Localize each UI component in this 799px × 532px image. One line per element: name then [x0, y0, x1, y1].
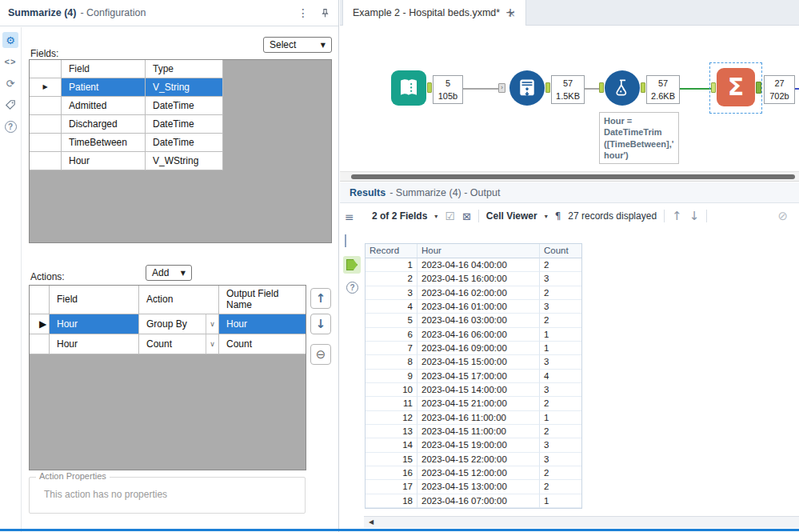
field-name-cell: Admitted [62, 97, 146, 115]
record-cell: 18 [366, 494, 417, 508]
input-anchor-icon[interactable] [345, 235, 346, 246]
annotation-tag-icon[interactable] [2, 97, 18, 113]
configuration-gear-icon[interactable]: ⚙ [2, 32, 18, 48]
scroll-left-icon[interactable]: ◀ [369, 519, 374, 526]
pin-icon[interactable] [320, 8, 330, 18]
action-type-cell[interactable]: Count ∨ [139, 334, 219, 354]
results-table-row[interactable]: 9 2023-04-15 17:00:00 4 [366, 370, 581, 383]
actions-table-row[interactable]: Hour Count ∨ Count [30, 334, 306, 354]
toolbar-separator [664, 210, 665, 222]
cell-viewer-dropdown[interactable]: Cell Viewer [486, 210, 537, 222]
connection-wire-selected-in[interactable] [680, 88, 711, 90]
action-type-cell[interactable]: Group By ∨ [139, 314, 219, 334]
chevron-down-icon[interactable]: ∨ [206, 334, 218, 354]
fields-table-row[interactable]: TimeBetween DateTime [30, 134, 223, 152]
results-table-row[interactable]: 6 2023-04-16 06:00:00 1 [366, 328, 581, 342]
tool-annotation[interactable]: 572.6KB [646, 75, 680, 104]
generate-rows-tool[interactable] [509, 70, 545, 106]
no-symbol-icon[interactable]: ⊘ [777, 209, 788, 223]
results-table-row[interactable]: 1 2023-04-16 04:00:00 2 [366, 258, 581, 272]
hour-cell: 2023-04-15 12:00:00 [417, 466, 540, 480]
input-anchor[interactable] [711, 82, 716, 93]
results-table-header[interactable]: Record Hour Count [366, 244, 581, 258]
output-anchor[interactable] [641, 82, 645, 93]
move-action-up-button[interactable]: ↑ [310, 288, 331, 309]
canvas-horizontal-scrollbar[interactable] [340, 171, 799, 182]
metadata-list-icon[interactable]: ≡ [345, 211, 354, 222]
scrollbar-thumb[interactable] [351, 174, 795, 179]
tool-annotation[interactable]: 5105b [433, 75, 463, 104]
help-icon[interactable]: ? [2, 118, 18, 134]
hour-cell: 2023-04-15 16:00:00 [417, 272, 540, 286]
fields-table-row[interactable]: Hour V_WString [30, 152, 223, 170]
input-anchor[interactable]: › [498, 83, 505, 93]
fields-table-row[interactable]: ▶ Patient V_String [30, 78, 223, 97]
output-anchor-icon[interactable] [343, 256, 361, 274]
results-horizontal-scrollbar[interactable]: ◀ [364, 516, 799, 528]
workflow-canvas[interactable]: 5105b › 571.5KB [340, 26, 799, 171]
actions-table-row[interactable]: ▶ Hour Group By ∨ Hour [30, 314, 306, 334]
results-help-icon[interactable]: ? [346, 282, 358, 294]
formula-annotation-note[interactable]: Hour = DateTimeTrim ([TimeBetween],' hou… [599, 112, 679, 164]
connection-wire-selected-out[interactable] [795, 88, 799, 90]
record-cell: 8 [366, 355, 417, 369]
results-table: Record Hour Count 1 2023-04-16 04:00:00 … [365, 243, 582, 509]
count-cell: 1 [540, 494, 581, 508]
caret-down-icon[interactable]: ▾ [434, 213, 437, 220]
fields-table-row[interactable]: Admitted DateTime [30, 97, 223, 115]
row-marker: ▶ [30, 78, 62, 97]
go-down-icon[interactable]: ↓ [689, 209, 700, 223]
caret-down-icon[interactable]: ▾ [545, 213, 548, 220]
move-action-down-button[interactable]: ↓ [310, 314, 331, 334]
tool-annotation[interactable]: 571.5KB [551, 75, 585, 104]
results-table-row[interactable]: 18 2023-04-16 07:00:00 1 [366, 494, 581, 508]
select-all-checkbox-icon[interactable]: ☑ [445, 210, 455, 222]
tool-name-title: Summarize (4) [8, 7, 76, 18]
fields-table-row[interactable]: Discharged DateTime [30, 115, 223, 134]
chevron-down-icon[interactable]: ∨ [206, 314, 218, 334]
hour-cell: 2023-04-16 04:00:00 [417, 258, 540, 272]
results-table-row[interactable]: 13 2023-04-15 11:00:00 2 [366, 425, 581, 438]
tool-annotation[interactable]: 27702b [764, 75, 795, 104]
results-table-row[interactable]: 2 2023-04-15 16:00:00 3 [366, 272, 581, 286]
fields-filter-dropdown[interactable]: 2 of 2 Fields [372, 210, 427, 222]
add-action-button[interactable]: Add ▼ [146, 265, 192, 281]
output-anchor[interactable] [427, 82, 432, 93]
output-anchor[interactable] [756, 82, 761, 94]
summarize-tool[interactable]: Σ [717, 68, 755, 106]
output-anchor[interactable] [545, 82, 550, 93]
connection-wire[interactable] [463, 88, 498, 90]
workflow-refresh-icon[interactable]: ⟳ [2, 75, 18, 91]
results-table-row[interactable]: 11 2023-04-15 21:00:00 2 [366, 397, 581, 410]
results-table-row[interactable]: 16 2023-04-15 12:00:00 2 [366, 466, 581, 480]
select-dropdown-button[interactable]: Select ▼ [263, 37, 332, 53]
results-table-row[interactable]: 12 2023-04-16 11:00:00 1 [366, 411, 581, 425]
pilcrow-icon[interactable]: ¶ [555, 210, 561, 222]
go-up-icon[interactable]: ↑ [672, 209, 682, 223]
fields-label: Fields: [30, 48, 58, 59]
field-name-cell: Hour [62, 152, 146, 170]
workflow-tab[interactable]: Example 2 - Hospital beds.yxmd* × [342, 0, 526, 26]
results-table-row[interactable]: 14 2023-04-15 19:00:00 3 [366, 438, 581, 452]
deselect-all-icon[interactable]: ⊠ [462, 210, 471, 222]
input-anchor[interactable] [599, 82, 604, 93]
results-table-row[interactable]: 7 2023-04-16 09:00:00 1 [366, 342, 581, 355]
panel-menu-icon[interactable]: ⋮ [298, 7, 309, 18]
connection-wire[interactable] [585, 88, 600, 90]
text-input-tool[interactable] [391, 70, 426, 106]
results-table-row[interactable]: 17 2023-04-15 13:00:00 2 [366, 480, 581, 494]
workflow-area: Example 2 - Hospital beds.yxmd* × + 51 [340, 0, 799, 532]
formula-tool[interactable] [605, 70, 640, 106]
results-table-row[interactable]: 10 2023-04-15 14:00:00 3 [366, 383, 581, 397]
action-properties-legend: Action Properties [36, 471, 110, 481]
results-table-row[interactable]: 5 2023-04-16 03:00:00 2 [366, 314, 581, 327]
xml-view-icon[interactable]: <> [2, 54, 18, 70]
results-table-row[interactable]: 3 2023-04-16 02:00:00 2 [366, 286, 581, 300]
hour-cell: 2023-04-15 17:00:00 [417, 370, 540, 383]
field-type-cell: DateTime [146, 134, 223, 152]
remove-action-button[interactable]: ⊖ [310, 344, 331, 365]
results-table-row[interactable]: 4 2023-04-16 01:00:00 3 [366, 300, 581, 314]
new-workflow-tab-button[interactable]: + [501, 3, 520, 22]
results-table-row[interactable]: 15 2023-04-15 22:00:00 3 [366, 453, 581, 466]
results-table-row[interactable]: 8 2023-04-15 15:00:00 3 [366, 355, 581, 369]
